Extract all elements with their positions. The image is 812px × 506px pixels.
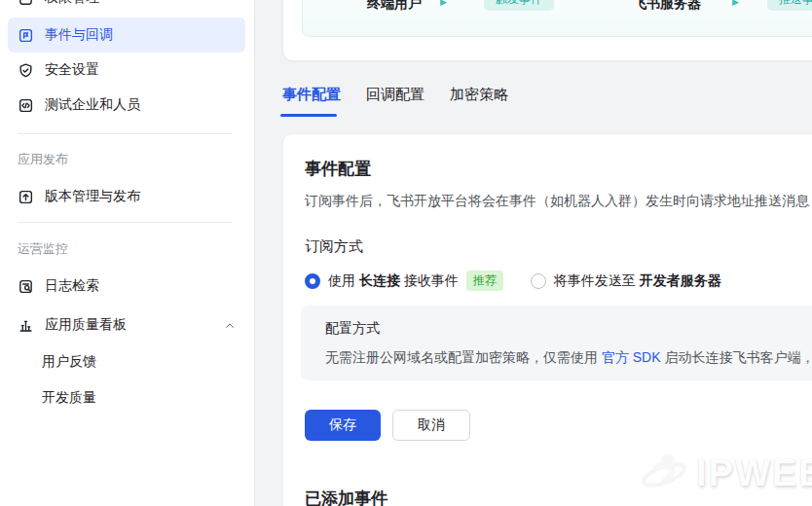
sidebar: 权限管理 事件与回调 安全设置 测试企业和人员 应用发布 — [0, 0, 255, 506]
subscribe-method-label: 订阅方式 — [305, 237, 363, 256]
config-method-box: 配置方式 无需注册公网域名或配置加密策略，仅需使用 官方 SDK 启动长连接飞书… — [301, 306, 812, 380]
app-window: 权限管理 事件与回调 安全设置 测试企业和人员 应用发布 — [0, 0, 812, 506]
sidebar-item-label: 安全设置 — [45, 61, 99, 79]
bar-chart-icon — [18, 317, 34, 334]
flow-arrow-icon: ▶ — [440, 0, 447, 7]
sidebar-item-label: 测试企业和人员 — [45, 96, 140, 114]
sidebar-item-security[interactable]: 安全设置 — [8, 53, 245, 88]
upload-icon — [18, 189, 34, 205]
diagram-node-terminal-user: 终端用户 — [367, 0, 422, 13]
page-title: 事件配置 — [305, 158, 371, 180]
sidebar-divider — [18, 222, 232, 223]
save-button[interactable]: 保存 — [305, 410, 381, 441]
radio-long-connection[interactable] — [305, 273, 320, 289]
sidebar-item-events-callbacks[interactable]: 事件与回调 — [8, 18, 245, 53]
page-description: 订阅事件后，飞书开放平台将会在事件（如机器人入群）发生时向请求地址推送消息 了解… — [305, 193, 812, 210]
action-buttons: 保存 取消 — [305, 410, 470, 441]
config-method-title: 配置方式 — [325, 320, 802, 338]
shield-check-icon — [18, 62, 34, 79]
tab-event-config[interactable]: 事件配置 — [282, 86, 341, 104]
sidebar-item-permissions[interactable]: 权限管理 — [8, 0, 245, 16]
diagram-node-feishu-server: 飞书服务器 — [633, 0, 701, 13]
sidebar-item-label: 应用质量看板 — [45, 316, 127, 334]
sidebar-item-version-release[interactable]: 版本管理与发布 — [8, 179, 245, 214]
tab-callback-config[interactable]: 回调配置 — [366, 86, 424, 104]
radio-dev-server-group: 将事件发送至 开发者服务器 — [531, 272, 721, 290]
sidebar-subitem-user-feedback[interactable]: 用户反馈 — [42, 353, 96, 371]
subscribe-options: 使用 长连接 接收事件 推荐 将事件发送至 开发者服务器 — [305, 271, 721, 291]
sidebar-item-label: 事件与回调 — [45, 26, 113, 44]
config-method-text: 无需注册公网域名或配置加密策略，仅需使用 官方 SDK 启动长连接飞书客户端，并… — [325, 349, 802, 367]
sidebar-section-monitor: 运营监控 — [18, 240, 68, 258]
radio-developer-server[interactable] — [531, 273, 546, 289]
event-callback-icon — [18, 27, 34, 44]
sidebar-subitem-dev-quality[interactable]: 开发质量 — [42, 389, 96, 407]
sidebar-item-quality-board[interactable]: 应用质量看板 — [8, 307, 245, 343]
event-config-card: 事件配置 订阅事件后，飞书开放平台将会在事件（如机器人入群）发生时向请求地址推送… — [282, 133, 812, 506]
log-search-icon — [18, 278, 34, 295]
permissions-icon — [18, 0, 34, 7]
sidebar-item-label: 权限管理 — [45, 0, 99, 7]
sidebar-item-label: 日志检索 — [45, 277, 99, 295]
code-icon — [18, 97, 34, 114]
added-events-title: 已添加事件 — [305, 488, 388, 506]
tab-encryption-policy[interactable]: 加密策略 — [450, 86, 508, 104]
active-tab-indicator — [280, 114, 337, 117]
cancel-button[interactable]: 取消 — [392, 410, 470, 441]
official-sdk-link[interactable]: 官方 SDK — [602, 349, 661, 365]
flow-arrow-icon: ▶ — [732, 0, 739, 7]
sidebar-item-label: 版本管理与发布 — [45, 188, 140, 205]
sidebar-divider — [18, 133, 232, 134]
push-event-pill: 推送事件 — [767, 0, 812, 11]
radio-developer-server-label[interactable]: 将事件发送至 开发者服务器 — [554, 272, 721, 290]
recommended-badge: 推荐 — [466, 271, 503, 291]
config-tabs: 事件配置 回调配置 加密策略 — [282, 86, 508, 104]
radio-long-connection-label[interactable]: 使用 长连接 接收事件 — [328, 272, 459, 290]
sidebar-item-log-search[interactable]: 日志检索 — [8, 269, 245, 304]
chevron-up-icon[interactable] — [224, 319, 236, 331]
trigger-event-pill: 触发事件 — [484, 0, 554, 11]
sidebar-item-test-org[interactable]: 测试企业和人员 — [8, 88, 245, 123]
sidebar-section-publish: 应用发布 — [18, 151, 68, 168]
